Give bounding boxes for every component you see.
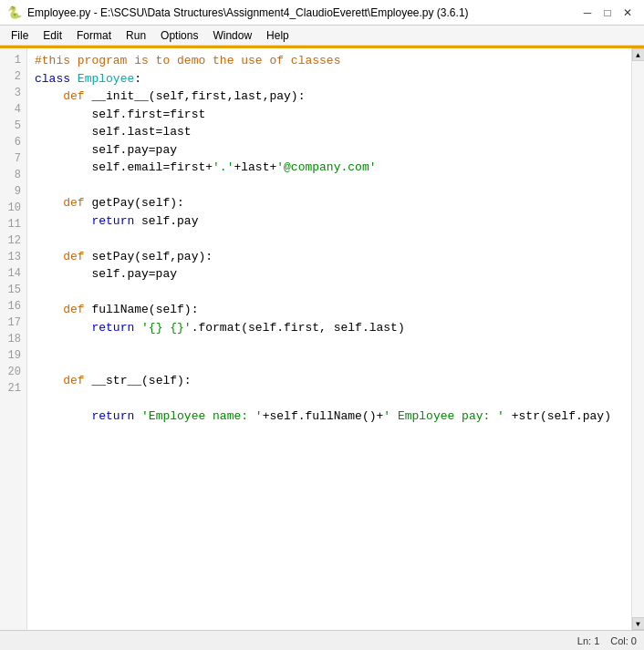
menu-file[interactable]: File [4, 27, 36, 44]
app-icon: 🐍 [7, 5, 22, 20]
title-bar-controls: ─ □ ✕ [578, 4, 637, 22]
code-line-11 [35, 230, 624, 248]
close-button[interactable]: ✕ [618, 4, 637, 22]
scroll-up-arrow[interactable]: ▲ [632, 48, 645, 61]
title-text: Employee.py - E:\SCSU\Data Structures\As… [27, 6, 469, 19]
code-line-8 [35, 177, 624, 195]
title-bar: 🐍 Employee.py - E:\SCSU\Data Structures\… [0, 0, 644, 26]
title-bar-left: 🐍 Employee.py - E:\SCSU\Data Structures\… [7, 5, 469, 20]
menu-run[interactable]: Run [119, 27, 153, 44]
ln-status: Ln: 1 [577, 635, 599, 646]
code-line-18 [35, 355, 624, 373]
code-line-17 [35, 336, 624, 355]
col-status: Col: 0 [610, 635, 637, 646]
code-line-20 [35, 390, 624, 408]
code-editor[interactable]: #this program is to demo the use of clas… [27, 48, 631, 630]
menu-window[interactable]: Window [205, 27, 259, 44]
code-line-6: self.pay=pay [35, 141, 624, 160]
scroll-down-arrow[interactable]: ▼ [632, 617, 645, 630]
scrollbar-vertical[interactable]: ▲ ▼ [631, 48, 644, 630]
maximize-button[interactable]: □ [598, 4, 617, 22]
code-line-14 [35, 284, 624, 302]
editor-container: 1 2 3 4 5 6 7 8 9 10 11 12 13 14 15 16 1… [0, 48, 644, 630]
code-line-1: #this program is to demo the use of clas… [35, 52, 624, 70]
scroll-track[interactable] [632, 61, 644, 617]
menu-format[interactable]: Format [69, 27, 119, 44]
menu-edit[interactable]: Edit [36, 27, 69, 44]
code-line-12: def setPay(self,pay): [35, 248, 624, 266]
code-line-4: self.first=first [35, 106, 624, 124]
code-line-15: def fullName(self): [35, 301, 624, 319]
menu-bar: File Edit Format Run Options Window Help [0, 26, 644, 46]
line-numbers: 1 2 3 4 5 6 7 8 9 10 11 12 13 14 15 16 1… [0, 48, 27, 630]
code-line-19: def __str__(self): [35, 372, 624, 390]
status-bar: Ln: 1 Col: 0 [0, 630, 644, 650]
code-line-9: def getPay(self): [35, 194, 624, 212]
code-line-13: self.pay=pay [35, 265, 624, 284]
code-line-21: return 'Employee name: '+self.fullName()… [35, 408, 624, 426]
minimize-button[interactable]: ─ [578, 4, 597, 22]
code-line-3: def __init__(self,first,last,pay): [35, 88, 624, 106]
code-line-10: return self.pay [35, 212, 624, 231]
code-line-5: self.last=last [35, 123, 624, 141]
code-line-16: return '{} {}'.format(self.first, self.l… [35, 319, 624, 337]
menu-options[interactable]: Options [153, 27, 205, 44]
menu-help[interactable]: Help [259, 27, 296, 44]
code-line-7: self.email=first+'.'+last+'@company.com' [35, 159, 624, 177]
code-line-2: class Employee: [35, 70, 624, 88]
